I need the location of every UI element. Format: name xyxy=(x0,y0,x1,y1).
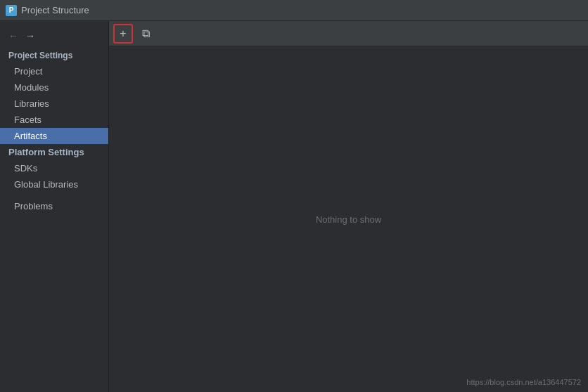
sidebar-item-modules[interactable]: Modules xyxy=(0,79,108,96)
sidebar-item-facets[interactable]: Facets xyxy=(0,112,108,128)
sidebar-item-global-libraries[interactable]: Global Libraries xyxy=(0,176,108,192)
content-area: + ⧉ Nothing to show xyxy=(109,21,588,392)
forward-arrow[interactable]: → xyxy=(23,29,38,43)
sidebar: ← → Project Settings Project Modules Lib… xyxy=(0,21,109,392)
sidebar-item-problems[interactable]: Problems xyxy=(0,198,108,214)
toolbar: + ⧉ xyxy=(109,21,588,46)
main-layout: ← → Project Settings Project Modules Lib… xyxy=(0,21,588,392)
title-bar: P Project Structure xyxy=(0,0,588,21)
sidebar-item-project[interactable]: Project xyxy=(0,63,108,79)
copy-button[interactable]: ⧉ xyxy=(136,24,155,44)
app-icon: P xyxy=(6,5,17,16)
sidebar-item-artifacts[interactable]: Artifacts xyxy=(0,128,108,144)
copy-icon: ⧉ xyxy=(142,27,150,40)
empty-state-text: Nothing to show xyxy=(316,214,381,225)
project-settings-heading: Project Settings xyxy=(0,48,108,63)
nav-row: ← → xyxy=(0,27,108,45)
back-arrow[interactable]: ← xyxy=(6,29,21,43)
add-button[interactable]: + xyxy=(113,24,133,44)
sidebar-item-libraries[interactable]: Libraries xyxy=(0,96,108,112)
sidebar-divider xyxy=(0,192,108,198)
title-bar-text: Project Structure xyxy=(21,5,89,15)
main-panel: Nothing to show xyxy=(109,46,588,392)
platform-settings-heading: Platform Settings xyxy=(0,144,108,160)
add-icon: + xyxy=(120,27,126,40)
sidebar-item-sdks[interactable]: SDKs xyxy=(0,160,108,176)
watermark: https://blog.csdn.net/a136447572 xyxy=(466,378,581,386)
